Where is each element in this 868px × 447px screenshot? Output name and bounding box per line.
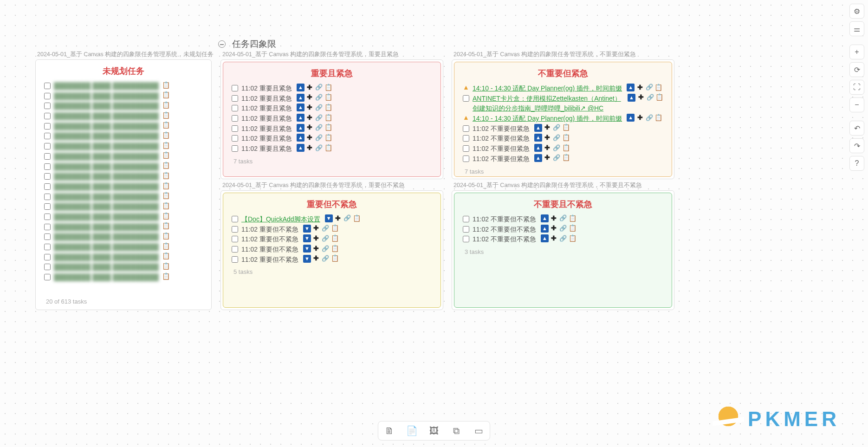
clipboard-icon[interactable]: 📋 — [562, 124, 570, 132]
link-icon[interactable]: 🔗 — [559, 225, 567, 233]
add-icon[interactable]: ✚ — [544, 124, 551, 132]
add-icon[interactable]: ✚ — [550, 234, 558, 242]
task-text[interactable]: 11:02 重要且紧急 — [241, 94, 292, 104]
task-text[interactable]: 11:02 重要且紧急 — [241, 134, 292, 144]
add-icon[interactable]: ✚ — [306, 104, 314, 111]
clipboard-icon[interactable]: 📋 — [162, 242, 170, 250]
task-checkbox[interactable] — [463, 216, 469, 222]
undo-icon[interactable]: ↶ — [849, 121, 864, 136]
add-icon[interactable]: ✚ — [544, 134, 551, 142]
task-checkbox[interactable] — [463, 145, 469, 152]
task-row[interactable]: ████████ ████ ██████████📋 — [44, 152, 203, 162]
add-icon[interactable]: ✚ — [306, 124, 314, 132]
zoom-out-icon[interactable]: − — [849, 97, 864, 112]
clipboard-icon[interactable]: 📋 — [324, 84, 332, 91]
clipboard-icon[interactable]: 📋 — [331, 234, 339, 242]
add-icon[interactable]: ✚ — [544, 154, 551, 162]
task-row[interactable]: 11:02 不重要但不紧急▲✚🔗📋 — [463, 234, 663, 245]
task-row[interactable]: ████████ ████ ██████████📋 — [44, 142, 203, 152]
task-checkbox[interactable] — [44, 233, 51, 240]
clipboard-icon[interactable]: 📋 — [162, 262, 170, 270]
task-checkbox[interactable] — [232, 115, 238, 122]
clipboard-icon[interactable]: 📋 — [162, 142, 170, 149]
task-row[interactable]: 11:02 不重要但紧急▲✚🔗📋 — [463, 154, 663, 164]
task-checkbox[interactable] — [44, 274, 51, 280]
task-checkbox[interactable] — [44, 113, 51, 119]
task-row[interactable]: ████████ ████ ██████████📋 — [44, 122, 203, 132]
link-icon[interactable]: 🔗 — [315, 124, 323, 132]
task-row[interactable]: ████████ ████ ██████████📋 — [44, 202, 203, 212]
add-icon[interactable]: ✚ — [637, 94, 645, 102]
clipboard-icon[interactable]: 📋 — [162, 272, 170, 280]
link-icon[interactable]: 🔗 — [315, 84, 323, 91]
add-icon[interactable]: ✚ — [636, 114, 644, 122]
clipboard-icon[interactable]: 📋 — [162, 91, 170, 99]
link-icon[interactable]: 🔗 — [646, 94, 654, 102]
link-icon[interactable]: 🔗 — [315, 94, 323, 102]
add-icon[interactable]: ✚ — [636, 84, 644, 91]
task-text[interactable]: 11:02 不重要但紧急 — [473, 154, 530, 164]
task-checkbox[interactable] — [44, 123, 51, 130]
task-checkbox[interactable] — [44, 163, 51, 170]
clipboard-icon[interactable]: 📋 — [562, 134, 570, 142]
link-icon[interactable]: 🔗 — [645, 114, 653, 122]
task-checkbox[interactable] — [44, 83, 51, 89]
task-checkbox[interactable] — [232, 216, 238, 222]
link-icon[interactable]: 🔗 — [322, 255, 330, 263]
add-icon[interactable]: ✚ — [306, 114, 314, 122]
add-icon[interactable]: ✚ — [312, 234, 320, 242]
task-checkbox[interactable] — [44, 133, 51, 139]
task-row[interactable]: 11:02 不重要但不紧急▲✚🔗📋 — [463, 225, 663, 235]
task-text[interactable]: 11:02 重要且紧急 — [241, 84, 292, 94]
link-icon[interactable]: 🔗 — [322, 234, 330, 242]
group-icon[interactable]: ⧉ — [450, 424, 463, 437]
task-checkbox[interactable] — [44, 143, 51, 149]
task-checkbox[interactable] — [44, 194, 51, 200]
clipboard-icon[interactable]: 📋 — [162, 131, 170, 139]
clipboard-icon[interactable]: 📋 — [324, 94, 332, 102]
task-checkbox[interactable] — [44, 103, 51, 109]
task-checkbox[interactable] — [44, 173, 51, 180]
task-row[interactable]: ANTINET卡片盒：使用模拟Zettelkasten（Antinet）创建知识… — [463, 94, 663, 114]
task-row[interactable]: ▲14:10 - 14:30 适配 Day Planner(og) 插件，时间前… — [463, 84, 663, 94]
clipboard-icon[interactable]: 📋 — [562, 144, 570, 152]
task-row[interactable]: 11:02 重要但不紧急▼✚🔗📋 — [232, 255, 432, 265]
clipboard-icon[interactable]: 📋 — [331, 225, 339, 233]
task-text[interactable]: 11:02 重要但不紧急 — [241, 234, 298, 245]
task-text[interactable]: 14:10 - 14:30 适配 Day Planner(og) 插件，时间前缀 — [473, 84, 622, 94]
task-checkbox[interactable] — [44, 214, 51, 220]
task-checkbox[interactable] — [44, 153, 51, 160]
task-row[interactable]: ████████ ████ ██████████📋 — [44, 162, 203, 172]
task-text[interactable]: 11:02 不重要但紧急 — [473, 124, 530, 134]
clipboard-icon[interactable]: 📋 — [162, 152, 170, 160]
link-icon[interactable]: 🔗 — [553, 124, 561, 132]
task-row[interactable]: ████████ ████ ██████████📋 — [44, 232, 203, 242]
task-text[interactable]: 11:02 重要但不紧急 — [241, 255, 298, 265]
settings-icon[interactable]: ⚙ — [849, 4, 864, 19]
clipboard-icon[interactable]: 📋 — [654, 114, 662, 122]
task-text[interactable]: 11:02 不重要但不紧急 — [473, 214, 536, 225]
task-checkbox[interactable] — [44, 93, 51, 99]
task-checkbox[interactable] — [463, 135, 469, 142]
task-text[interactable]: 11:02 重要但不紧急 — [241, 225, 298, 235]
task-checkbox[interactable] — [463, 95, 469, 102]
clipboard-icon[interactable]: 📋 — [162, 222, 170, 230]
task-checkbox[interactable] — [463, 155, 469, 162]
add-icon[interactable]: ✚ — [550, 214, 558, 222]
link-icon[interactable]: 🔗 — [559, 214, 567, 222]
task-text[interactable]: 11:02 重要且紧急 — [241, 114, 292, 124]
task-checkbox[interactable] — [44, 224, 51, 230]
task-checkbox[interactable] — [232, 105, 238, 111]
clipboard-icon[interactable]: 📋 — [162, 172, 170, 180]
task-row[interactable]: ████████ ████ ██████████📋 — [44, 81, 203, 91]
reset-icon[interactable]: ⟳ — [849, 62, 864, 77]
task-row[interactable]: 11:02 重要且紧急▲✚🔗📋 — [232, 144, 432, 154]
task-row[interactable]: ████████ ████ ██████████📋 — [44, 222, 203, 233]
task-checkbox[interactable] — [232, 145, 238, 152]
task-row[interactable]: ████████ ████ ██████████📋 — [44, 272, 203, 283]
add-icon[interactable]: ✚ — [306, 84, 314, 91]
task-checkbox[interactable] — [463, 236, 469, 242]
task-row[interactable]: ████████ ████ ██████████📋 — [44, 111, 203, 122]
clipboard-icon[interactable]: 📋 — [353, 214, 361, 222]
link-icon[interactable]: 🔗 — [645, 84, 653, 91]
